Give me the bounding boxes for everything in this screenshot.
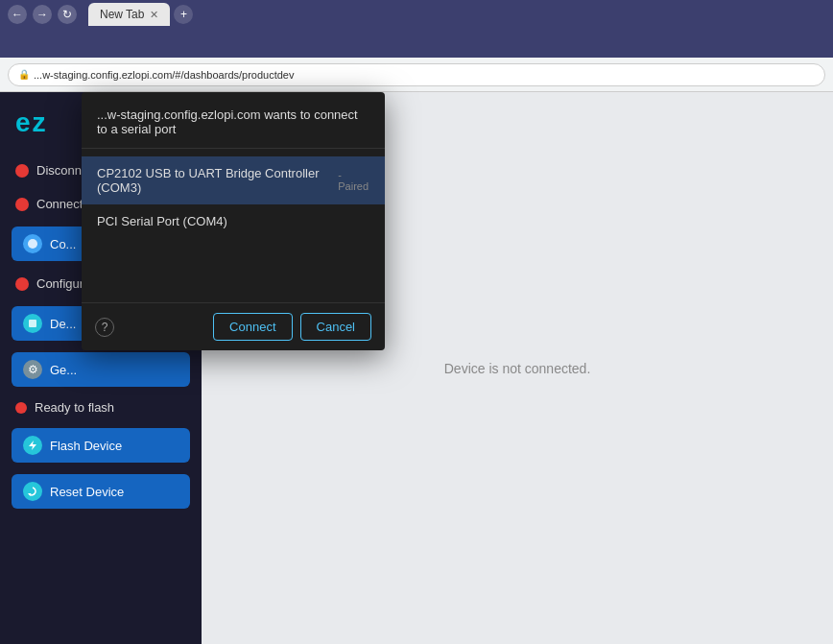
browser-bar: ← → ↻ New Tab ✕ + bbox=[0, 0, 833, 58]
reload-button[interactable]: ↻ bbox=[58, 5, 77, 24]
serial-port-option-2[interactable]: PCI Serial Port (COM4) bbox=[82, 204, 385, 238]
address-bar[interactable]: 🔒 ...w-staging.config.ezlopi.com/#/dashb… bbox=[8, 63, 825, 86]
ready-to-flash-status: Ready to flash bbox=[0, 393, 202, 422]
reset-btn-icon bbox=[23, 482, 42, 501]
sidebar-gear-button[interactable]: ⚙ Ge... bbox=[12, 352, 190, 387]
lock-icon: 🔒 bbox=[18, 69, 30, 80]
new-tab[interactable]: New Tab ✕ bbox=[88, 3, 170, 26]
svg-point-0 bbox=[28, 239, 37, 249]
help-icon[interactable]: ? bbox=[95, 318, 114, 337]
tab-bar: ← → ↻ New Tab ✕ + bbox=[0, 0, 833, 27]
connect-status-icon bbox=[15, 198, 29, 211]
not-connected-text: Device is not connected. bbox=[444, 361, 591, 376]
disconnect-status-icon bbox=[15, 164, 29, 178]
connect-button[interactable]: Connect bbox=[213, 313, 292, 341]
reset-device-button[interactable]: Reset Device bbox=[12, 474, 190, 509]
paired-badge: - Paired bbox=[338, 169, 369, 192]
connect-btn-icon bbox=[23, 234, 42, 253]
browser-chrome: ← → ↻ New Tab ✕ + 🔒 ...w-staging.config.… bbox=[0, 0, 833, 92]
reset-device-btn-label: Reset Device bbox=[50, 485, 124, 499]
sidebar-connect-btn-label: Co... bbox=[50, 237, 76, 251]
ready-to-flash-label: Ready to flash bbox=[35, 400, 114, 415]
flash-btn-icon bbox=[23, 436, 42, 455]
gear-btn-icon: ⚙ bbox=[23, 360, 42, 379]
svg-rect-1 bbox=[29, 320, 36, 327]
dialog-title: ...w-staging.config.ezlopi.com wants to … bbox=[82, 92, 385, 149]
svg-marker-2 bbox=[29, 441, 36, 450]
configuration-status-icon bbox=[15, 277, 29, 291]
device-btn-icon bbox=[23, 314, 42, 333]
tab-label: New Tab bbox=[100, 8, 144, 21]
dialog-options-list: CP2102 USB to UART Bridge Controller (CO… bbox=[82, 149, 385, 302]
ready-status-icon bbox=[15, 402, 27, 414]
browser-toolbar: 🔒 ...w-staging.config.ezlopi.com/#/dashb… bbox=[0, 58, 833, 92]
flash-device-btn-label: Flash Device bbox=[50, 439, 122, 453]
sidebar-device-btn-label: De... bbox=[50, 317, 76, 331]
sidebar-gear-btn-label: Ge... bbox=[50, 363, 77, 377]
serial-port-dialog: ...w-staging.config.ezlopi.com wants to … bbox=[82, 92, 385, 350]
new-tab-button[interactable]: + bbox=[174, 5, 193, 24]
dialog-actions: Connect Cancel bbox=[213, 313, 371, 341]
svg-marker-3 bbox=[28, 493, 32, 496]
serial-port-option-1-label: CP2102 USB to UART Bridge Controller (CO… bbox=[97, 166, 326, 195]
tab-close-icon[interactable]: ✕ bbox=[150, 9, 158, 21]
serial-port-option-1[interactable]: CP2102 USB to UART Bridge Controller (CO… bbox=[82, 156, 385, 204]
back-button[interactable]: ← bbox=[8, 5, 27, 24]
dialog-footer: ? Connect Cancel bbox=[82, 302, 385, 350]
nav-icons: ← → ↻ bbox=[8, 5, 77, 24]
cancel-button[interactable]: Cancel bbox=[300, 313, 371, 341]
forward-button[interactable]: → bbox=[33, 5, 52, 24]
serial-port-option-2-label: PCI Serial Port (COM4) bbox=[97, 214, 227, 228]
address-text: ...w-staging.config.ezlopi.com/#/dashboa… bbox=[34, 69, 295, 81]
flash-device-button[interactable]: Flash Device bbox=[12, 428, 190, 463]
